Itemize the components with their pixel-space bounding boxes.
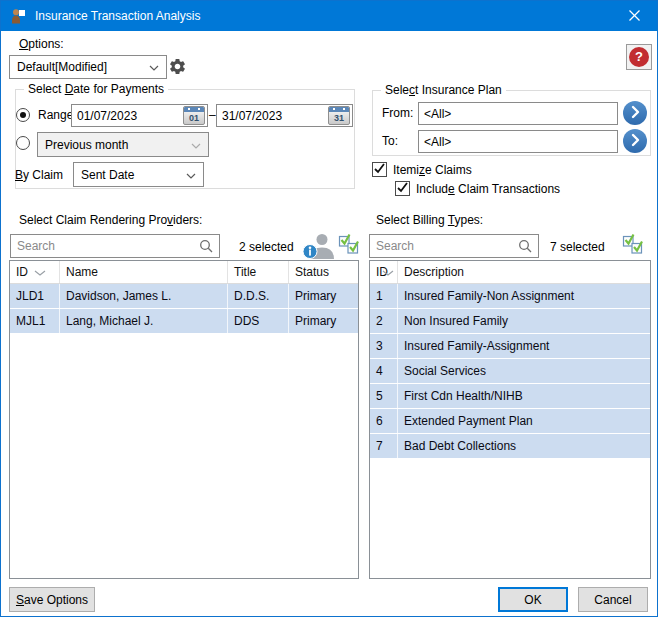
provider-title: DDS [228, 309, 289, 333]
ok-button[interactable]: OK [498, 587, 568, 612]
insurance-transaction-analysis-dialog: Insurance Transaction Analysis Options: … [0, 0, 658, 617]
billing-type-description: Extended Payment Plan [398, 409, 650, 433]
check-icon [373, 161, 386, 179]
select-all-checklist-icon[interactable] [622, 232, 644, 258]
billing-search-input[interactable] [370, 239, 518, 253]
options-dropdown-value: Default[Modified] [17, 60, 107, 74]
billing-types-label: Select Billing Types: [376, 213, 483, 227]
billing-type-row[interactable]: 5 First Cdn Health/NIHB [370, 384, 650, 409]
check-icon [396, 180, 409, 198]
sort-chevron-icon [382, 262, 394, 280]
include-claim-transactions-checkbox[interactable] [395, 181, 410, 196]
providers-search-input[interactable] [11, 239, 199, 253]
plan-from-input[interactable] [418, 102, 618, 125]
billing-type-description: First Cdn Health/NIHB [398, 384, 650, 408]
provider-id: MJL1 [10, 309, 60, 333]
chevron-down-icon [149, 60, 159, 74]
by-claim-label: By Claim [15, 168, 63, 182]
plan-to-input[interactable] [418, 130, 618, 153]
calendar-icon[interactable]: 31 [328, 106, 350, 125]
providers-col-name[interactable]: Name [60, 261, 228, 283]
provider-status: Primary [289, 309, 358, 333]
chevron-down-icon [186, 168, 196, 182]
options-dropdown[interactable]: Default[Modified] [9, 55, 167, 79]
sort-chevron-icon [34, 262, 46, 280]
titlebar: Insurance Transaction Analysis [1, 1, 657, 31]
period-radio[interactable] [16, 136, 30, 150]
itemize-claims-label: Itemize Claims [393, 163, 472, 177]
billing-type-description: Bad Debt Collections [398, 434, 650, 458]
billing-type-description: Insured Family-Non Assignment [398, 284, 650, 308]
billing-type-id: 3 [370, 334, 398, 358]
billing-type-id: 6 [370, 409, 398, 433]
include-claim-transactions-label: Include Claim Transactions [416, 182, 560, 196]
billing-type-row[interactable]: 3 Insured Family-Assignment [370, 334, 650, 359]
providers-selected-count: 2 selected [239, 240, 294, 254]
search-icon [199, 239, 213, 253]
provider-row[interactable]: MJL1 Lang, Michael J. DDS Primary [10, 309, 358, 334]
provider-info-icon[interactable] [301, 233, 337, 263]
billing-table-header: ID Description [370, 261, 650, 284]
help-icon: ? [629, 47, 649, 67]
billing-type-row[interactable]: 7 Bad Debt Collections [370, 434, 650, 459]
providers-table-body: JLD1 Davidson, James L. D.D.S. Primary M… [10, 284, 358, 334]
close-button[interactable] [612, 1, 657, 31]
provider-title: D.D.S. [228, 284, 289, 308]
provider-name: Davidson, James L. [60, 284, 228, 308]
close-icon [629, 7, 640, 25]
billing-col-description[interactable]: Description [398, 261, 650, 283]
save-options-button[interactable]: Save Options [9, 587, 95, 612]
billing-type-id: 7 [370, 434, 398, 458]
range-radio[interactable] [16, 108, 30, 122]
search-icon [518, 239, 532, 253]
period-dropdown[interactable]: Previous month [37, 132, 209, 157]
providers-search-box [10, 234, 220, 258]
billing-type-id: 2 [370, 309, 398, 333]
range-label: Range [38, 108, 73, 122]
gear-icon[interactable] [168, 57, 187, 80]
providers-col-status[interactable]: Status [289, 261, 358, 283]
help-button[interactable]: ? [626, 44, 652, 70]
provider-name: Lang, Michael J. [60, 309, 228, 333]
provider-id: JLD1 [10, 284, 60, 308]
billing-table-body: 1 Insured Family-Non Assignment 2 Non In… [370, 284, 650, 459]
options-label: Options: [19, 37, 64, 51]
arrow-right-icon [623, 128, 647, 155]
billing-search-box [369, 234, 539, 258]
select-all-checklist-icon[interactable] [338, 232, 360, 258]
by-claim-dropdown[interactable]: Sent Date [73, 162, 204, 187]
app-icon [9, 7, 27, 25]
billing-type-row[interactable]: 6 Extended Payment Plan [370, 409, 650, 434]
provider-row[interactable]: JLD1 Davidson, James L. D.D.S. Primary [10, 284, 358, 309]
itemize-claims-checkbox[interactable] [372, 162, 387, 177]
period-dropdown-value: Previous month [45, 138, 128, 152]
chevron-down-icon [191, 138, 201, 152]
billing-types-table: ID Description 1 Insured Family-Non Assi… [369, 260, 651, 579]
date-range-dash: – [209, 108, 216, 122]
arrow-right-icon [623, 100, 647, 127]
billing-type-row[interactable]: 4 Social Services [370, 359, 650, 384]
insurance-plan-group-title: Select Insurance Plan [381, 83, 506, 97]
billing-selected-count: 7 selected [550, 240, 605, 254]
providers-col-title[interactable]: Title [228, 261, 289, 283]
provider-status: Primary [289, 284, 358, 308]
calendar-icon[interactable]: 01 [183, 106, 205, 125]
billing-type-row[interactable]: 2 Non Insured Family [370, 309, 650, 334]
billing-type-description: Non Insured Family [398, 309, 650, 333]
billing-type-description: Social Services [398, 359, 650, 383]
plan-from-label: From: [382, 106, 413, 120]
billing-type-description: Insured Family-Assignment [398, 334, 650, 358]
plan-to-picker-button[interactable] [623, 129, 647, 153]
billing-type-id: 5 [370, 384, 398, 408]
cancel-button[interactable]: Cancel [578, 587, 648, 612]
providers-table: ID Name Title Status JLD1 Davidson, Jame… [9, 260, 359, 579]
billing-type-row[interactable]: 1 Insured Family-Non Assignment [370, 284, 650, 309]
plan-from-picker-button[interactable] [623, 101, 647, 125]
by-claim-dropdown-value: Sent Date [81, 168, 134, 182]
plan-to-label: To: [382, 134, 398, 148]
billing-type-id: 4 [370, 359, 398, 383]
date-payments-group-title: Select Date for Payments [24, 82, 168, 96]
providers-table-header: ID Name Title Status [10, 261, 358, 284]
billing-type-id: 1 [370, 284, 398, 308]
window-title: Insurance Transaction Analysis [35, 9, 612, 23]
